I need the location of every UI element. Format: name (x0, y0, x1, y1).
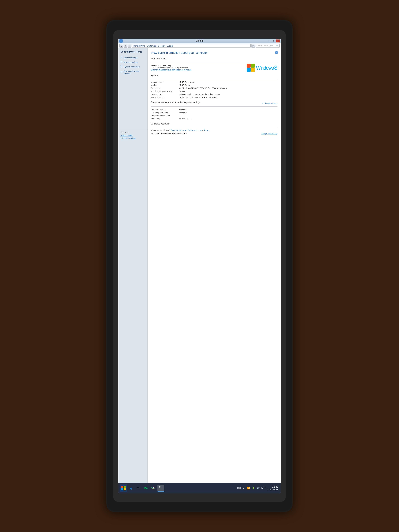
up-button[interactable]: ↑ (128, 44, 131, 48)
right-panel: ? View basic information about your comp… (148, 48, 281, 483)
shield-icon-3: 🛡 (120, 65, 123, 68)
computer-name-value: HotNews (179, 108, 278, 111)
tray-network-icon[interactable]: 📶 (247, 486, 251, 490)
workgroup-label: Workgroup: (151, 118, 177, 120)
sidebar-home[interactable]: Control Panel Home (118, 51, 147, 55)
shield-icon-4: 🛡 (120, 71, 123, 73)
activation-header: Windows activation (151, 122, 278, 126)
breadcrumb-system-security[interactable]: System and Security (147, 45, 165, 47)
svg-rect-6 (159, 487, 160, 488)
clock-date: 27.12.2018 г. (267, 488, 278, 491)
svg-rect-3 (159, 486, 160, 487)
maximize-button[interactable]: □ (272, 39, 275, 42)
computer-name-divider (151, 106, 278, 107)
shield-icon-2: 🛡 (120, 61, 123, 63)
edition-copyright: © 2013 Microsoft Corporation. All rights… (151, 67, 244, 69)
system-info-grid: Manufacturer: HEXA Electronics Model: HE… (151, 81, 278, 98)
full-computer-name-value: HotNews (179, 111, 278, 114)
start-icon-red (121, 486, 123, 488)
activation-divider (151, 127, 278, 127)
edition-upgrade-link[interactable]: Get more features with a new edition of … (151, 69, 244, 71)
clock-time: 12:39 (267, 485, 278, 488)
model-label: Model: (151, 84, 177, 86)
start-icon-green (124, 486, 126, 488)
computer-desc-value (179, 114, 278, 117)
tray-chevron-icon[interactable]: ▲ (242, 486, 246, 490)
titlebar-controls: ─ □ ✕ (267, 39, 279, 42)
edition-name: Windows 8.1 with Bing (151, 64, 244, 67)
address-bar: ▲ ▼ ↑ Control Panel › System and Securit… (118, 43, 281, 48)
tray-battery-icon[interactable]: 🔋 (251, 486, 255, 490)
manufacturer-value: HEXA Electronics (179, 81, 278, 83)
shield-icon-1: 🛡 (120, 56, 123, 59)
sidebar-item-device-manager[interactable]: 🛡 Device Manager (118, 55, 147, 60)
screen: System ─ □ ✕ ▲ ▼ ↑ Control Panel › Syste… (118, 38, 281, 494)
product-id-row: Product ID: 00266-82263-36235-AAOEM Chan… (151, 132, 278, 135)
flag-red (247, 64, 251, 68)
windows-logo-text: Windows (256, 65, 274, 71)
product-id-value: 00266-82263-36235-AAOEM (161, 132, 187, 135)
search-icon: 🔍 (276, 45, 278, 47)
search-placeholder: Search Control Panel (257, 45, 273, 47)
back-button[interactable]: ▲ (120, 44, 123, 48)
help-icon[interactable]: ? (275, 51, 278, 54)
computer-desc-label: Computer description: (151, 114, 177, 117)
see-also-windows-update[interactable]: Windows Update (120, 137, 145, 139)
taskbar-explorer-button[interactable]: 🗂 (135, 485, 142, 492)
computer-name-header-row: Computer name, domain, and workgroup set… (151, 101, 278, 106)
minimize-button[interactable]: ─ (267, 39, 271, 42)
sidebar-item-advanced-settings[interactable]: 🛡 Advanced system settings (118, 69, 147, 76)
change-product-key-link[interactable]: Change product key (261, 133, 278, 135)
close-button[interactable]: ✕ (276, 39, 279, 42)
sidebar-item-system-protection[interactable]: 🛡 System protection (118, 64, 147, 69)
processor-label: Processor: (151, 87, 177, 89)
taskbar-network-button[interactable] (158, 485, 165, 492)
svg-rect-9 (160, 488, 160, 488)
tray-icons: ⌨ ▲ 📶 🔋 🔊 БГР (237, 486, 266, 490)
flag-blue (247, 68, 251, 72)
tablet-outer: System ─ □ ✕ ▲ ▼ ↑ Control Panel › Syste… (106, 20, 293, 512)
breadcrumb-control-panel[interactable]: Control Panel (133, 45, 146, 47)
ram-value: 1.00 GB (179, 90, 278, 92)
system-section-header: System (151, 74, 278, 77)
tray-volume-icon[interactable]: 🔊 (256, 486, 260, 490)
breadcrumb-sep-1: › (146, 45, 146, 47)
gear-icon: ⚙ (262, 102, 263, 104)
see-also-title: See also (120, 131, 145, 133)
forward-button[interactable]: ▼ (124, 44, 127, 48)
sidebar-item-remote-settings[interactable]: 🛡 Remote settings (118, 60, 147, 64)
computer-name-label: Computer name: (151, 108, 177, 111)
pen-touch-value: Limited Touch Support with 10 Touch Poin… (179, 96, 278, 98)
breadcrumb-system[interactable]: System (167, 45, 173, 47)
tray-keyboard-icon[interactable]: ⌨ (237, 486, 241, 490)
see-also-action-center[interactable]: Action Center (120, 134, 145, 137)
taskbar-ie-button[interactable]: e (128, 485, 135, 492)
workgroup-value: WORKGROUP (179, 118, 278, 120)
window-title: System (196, 39, 203, 42)
edition-info: Windows 8.1 with Bing © 2013 Microsoft C… (151, 64, 244, 71)
processor-value: Intel(R) Atom(TM) CPU Z3735G @ 1.33GHz 1… (179, 87, 278, 89)
search-box[interactable]: Search Control Panel 🔍 (256, 44, 279, 48)
svg-rect-7 (160, 487, 160, 488)
flag-green (251, 64, 255, 68)
svg-rect-4 (160, 486, 160, 487)
computer-name-grid: Computer name: HotNews Full computer nam… (151, 108, 278, 120)
taskbar-store-button[interactable]: 🛍 (143, 485, 150, 492)
change-settings-link[interactable]: ⚙ Change settings (262, 102, 278, 104)
model-value: HEXA BlueM (179, 84, 278, 86)
address-input[interactable]: Control Panel › System and Security › Sy… (132, 44, 251, 48)
license-terms-link[interactable]: Read the Microsoft Software License Term… (171, 129, 209, 131)
refresh-button[interactable]: ↻ (251, 44, 255, 48)
sidebar: Control Panel Home 🛡 Device Manager 🛡 Re… (118, 48, 148, 483)
activation-status: Windows is activated (151, 129, 170, 131)
start-icon-yellow (124, 488, 126, 490)
taskbar-chrome-button[interactable] (150, 485, 157, 492)
svg-rect-5 (160, 486, 161, 487)
start-icon-blue (121, 488, 123, 490)
tray-language[interactable]: БГР (261, 487, 266, 489)
taskbar-clock[interactable]: 12:39 27.12.2018 г. (266, 485, 279, 491)
svg-rect-10 (160, 488, 161, 488)
computer-name-header: Computer name, domain, and workgroup set… (151, 101, 200, 104)
pen-touch-label: Pen and Touch: (151, 96, 177, 98)
start-button[interactable] (120, 484, 127, 492)
